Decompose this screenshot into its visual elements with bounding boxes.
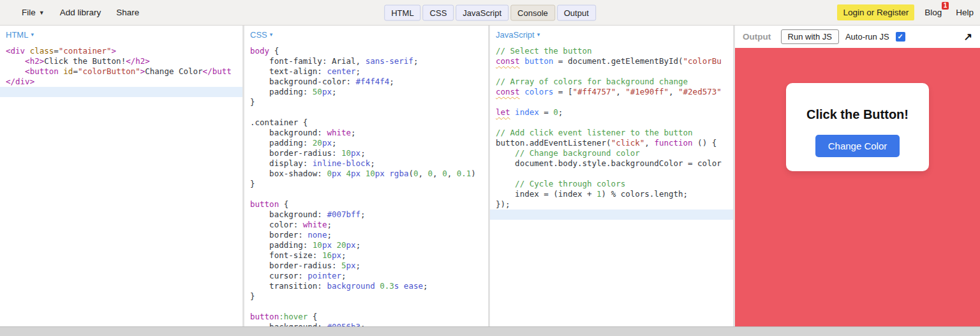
file-menu-label: File <box>22 8 36 17</box>
code-line <box>490 66 733 77</box>
login-register-button[interactable]: Login or Register <box>837 4 914 20</box>
share-button[interactable]: Share <box>116 8 139 17</box>
code-line: button.addEventListener("click", functio… <box>490 138 733 148</box>
code-line: const colors = ["#ff4757", "#1e90ff", "#… <box>490 87 733 97</box>
code-line: color: white; <box>244 220 488 230</box>
code-line: border: none; <box>244 230 488 240</box>
output-panel-title: Output <box>743 32 771 42</box>
code-line: transition: background 0.3s ease; <box>244 281 488 291</box>
code-line: cursor: pointer; <box>244 271 488 281</box>
code-line <box>0 87 242 97</box>
preview-container-card: Click the Button! Change Color <box>786 83 929 171</box>
code-line: .container { <box>244 118 488 128</box>
output-panel-header: Output Run with JS Auto-run JS ↗ <box>735 26 980 48</box>
code-line: let index = 0; <box>490 107 733 118</box>
javascript-code-editor[interactable]: // Select the buttonconst button = docum… <box>490 43 733 326</box>
chevron-down-icon: ▼ <box>39 10 45 16</box>
code-line <box>244 302 488 312</box>
javascript-panel-header[interactable]: JavaScript ▾ <box>490 26 733 43</box>
code-line: } <box>244 179 488 189</box>
code-line: border-radius: 5px; <box>244 261 488 271</box>
code-line <box>490 97 733 107</box>
code-line: // Add click event listener to the butto… <box>490 128 733 138</box>
code-line: text-align: center; <box>244 66 488 77</box>
code-line: background: #0056b3; <box>244 322 488 326</box>
css-panel-header[interactable]: CSS ▾ <box>244 26 488 43</box>
run-with-js-button[interactable]: Run with JS <box>781 29 839 44</box>
javascript-panel-title: JavaScript <box>496 30 535 40</box>
code-line: background-color: #f4f4f4; <box>244 77 488 87</box>
code-line: // Change background color <box>490 148 733 158</box>
html-code-editor[interactable]: <div class="container"> <h2>Click the Bu… <box>0 43 242 326</box>
tab-css[interactable]: CSS <box>423 4 454 20</box>
tab-console[interactable]: Console <box>510 4 555 20</box>
tab-html[interactable]: HTML <box>384 4 420 20</box>
panel-toggle-tabs: HTML CSS JavaScript Console Output <box>384 4 596 20</box>
code-line: padding: 50px; <box>244 87 488 97</box>
code-line: <h2>Click the Button!</h2> <box>0 56 242 66</box>
code-line: } <box>244 291 488 302</box>
code-line: font-family: Arial, sans-serif; <box>244 56 488 66</box>
popout-arrow-icon[interactable]: ↗ <box>964 31 972 43</box>
code-line: padding: 10px 20px; <box>244 240 488 250</box>
code-line: // Cycle through colors <box>490 179 733 189</box>
add-library-label: Add library <box>60 8 101 17</box>
html-editor-panel: HTML ▾ <div class="container"> <h2>Click… <box>0 26 244 326</box>
chevron-down-icon: ▾ <box>537 31 540 38</box>
code-line <box>490 210 733 220</box>
code-line: // Select the button <box>490 46 733 56</box>
code-line: box-shadow: 0px 4px 10px rgba(0, 0, 0, 0… <box>244 169 488 179</box>
code-line: border-radius: 10px; <box>244 148 488 158</box>
code-line: const button = document.getElementById("… <box>490 56 733 66</box>
code-line: <button id="colorButton">Change Color</b… <box>0 66 242 77</box>
html-panel-header[interactable]: HTML ▾ <box>0 26 242 43</box>
blog-label: Blog <box>924 8 942 17</box>
code-line: </div> <box>0 77 242 87</box>
editor-panels-container: HTML ▾ <div class="container"> <h2>Click… <box>0 26 980 326</box>
tab-output[interactable]: Output <box>557 4 596 20</box>
topbar-right-group: Login or Register Blog 1 Help <box>837 4 974 20</box>
code-line: button { <box>244 199 488 210</box>
code-line: // Array of colors for background change <box>490 77 733 87</box>
blog-notification-badge: 1 <box>942 2 949 10</box>
output-preview-area: Click the Button! Change Color <box>735 48 980 326</box>
file-menu-group: File ▼ Add library Share <box>22 8 139 17</box>
top-toolbar: File ▼ Add library Share HTML CSS JavaSc… <box>0 0 980 26</box>
javascript-editor-panel: JavaScript ▾ // Select the buttonconst b… <box>490 26 735 326</box>
output-panel: Output Run with JS Auto-run JS ↗ Click t… <box>735 26 980 326</box>
output-controls: Run with JS Auto-run JS <box>781 29 905 44</box>
code-line: document.body.style.backgroundColor = co… <box>490 158 733 169</box>
chevron-down-icon: ▾ <box>31 31 34 38</box>
autorun-js-label: Auto-run JS <box>845 32 889 42</box>
code-line: padding: 20px; <box>244 138 488 148</box>
code-line: index = (index + 1) % colors.length; <box>490 189 733 199</box>
chevron-down-icon: ▾ <box>270 31 273 38</box>
bottom-status-strip <box>0 326 980 336</box>
file-menu[interactable]: File ▼ <box>22 8 45 17</box>
css-code-editor[interactable]: body { font-family: Arial, sans-serif; t… <box>244 43 488 326</box>
code-line: font-size: 16px; <box>244 250 488 261</box>
code-line: body { <box>244 46 488 56</box>
blog-link[interactable]: Blog 1 <box>924 8 946 17</box>
code-line: <div class="container"> <box>0 46 242 56</box>
code-line <box>244 107 488 118</box>
code-line <box>244 189 488 199</box>
help-link[interactable]: Help <box>956 8 974 17</box>
code-line: }); <box>490 199 733 210</box>
css-panel-title: CSS <box>250 30 267 40</box>
change-color-button[interactable]: Change Color <box>815 135 900 157</box>
code-line: background: #007bff; <box>244 210 488 220</box>
autorun-js-checkbox[interactable] <box>896 32 905 42</box>
code-line <box>490 169 733 179</box>
code-line: background: white; <box>244 128 488 138</box>
code-line: } <box>244 97 488 107</box>
css-editor-panel: CSS ▾ body { font-family: Arial, sans-se… <box>244 26 490 326</box>
code-line: button:hover { <box>244 312 488 322</box>
add-library-button[interactable]: Add library <box>60 8 101 17</box>
code-line <box>490 118 733 128</box>
code-line: display: inline-block; <box>244 158 488 169</box>
html-panel-title: HTML <box>6 30 28 40</box>
share-label: Share <box>116 8 139 17</box>
tab-javascript[interactable]: JavaScript <box>456 4 509 20</box>
preview-heading: Click the Button! <box>792 107 923 122</box>
